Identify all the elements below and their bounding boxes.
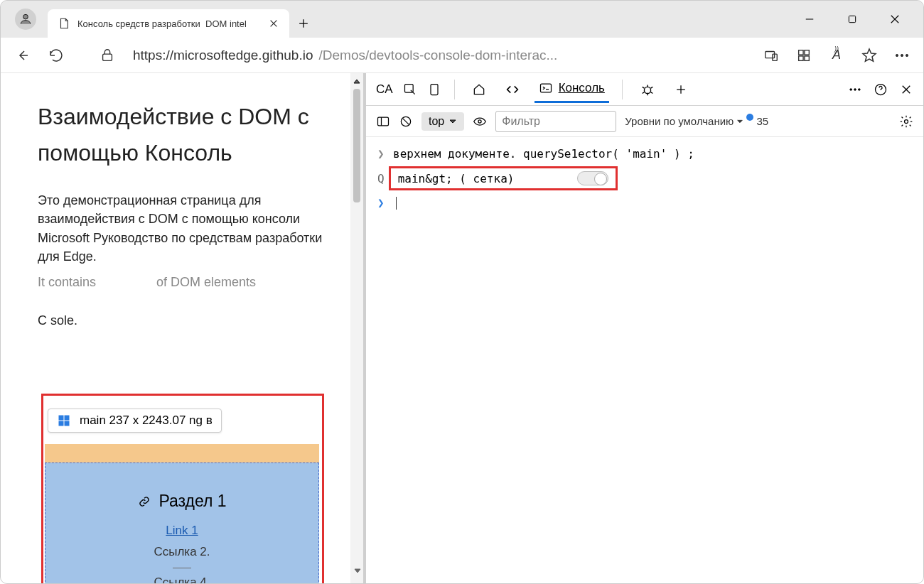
plus-icon: [296, 16, 311, 31]
inspector-tooltip: main 237 x 2243.07 ng в: [48, 409, 222, 433]
svg-rect-15: [65, 421, 69, 426]
console-settings[interactable]: [899, 114, 913, 129]
grid-icon: [796, 48, 812, 63]
link-1[interactable]: Link 1: [45, 524, 318, 538]
chevron-down-icon: [736, 118, 743, 125]
page-paragraph-2: It contains of DOM elements: [38, 273, 326, 291]
help-icon: [874, 82, 888, 97]
main-overlay: Раздел 1 Link 1 Ссылка 2. Ссылка 4. Ссыл…: [45, 463, 319, 584]
page-icon: [58, 17, 70, 30]
devtools-panel: CA Консоль: [363, 73, 923, 583]
scroll-thumb[interactable]: [353, 89, 360, 202]
devtools-help[interactable]: [874, 82, 888, 97]
svg-rect-2: [103, 54, 112, 60]
svg-rect-24: [378, 117, 389, 126]
text-cursor: [396, 197, 397, 210]
favorite-button[interactable]: [861, 47, 878, 64]
margin-overlay: [45, 444, 319, 463]
devtools-ca-label[interactable]: CA: [376, 82, 393, 97]
close-window-button[interactable]: [886, 11, 903, 28]
close-icon: [269, 18, 279, 28]
link-4[interactable]: Ссылка 4.: [45, 575, 318, 584]
grid-icon: [57, 413, 71, 428]
device-icon: [763, 48, 779, 63]
star-icon: [861, 47, 878, 64]
page-paragraph-1: Это демонстрационная страница для взаимо…: [38, 191, 326, 265]
bug-icon: [640, 82, 655, 97]
svg-rect-1: [849, 16, 855, 22]
page-viewport: Взаимодействие с DOM с помощью Консоль Э…: [1, 73, 363, 583]
tab-add[interactable]: [670, 77, 692, 102]
svg-point-10: [901, 54, 903, 56]
svg-point-19: [644, 87, 650, 93]
sidebar-toggle[interactable]: [376, 114, 390, 129]
svg-point-11: [906, 54, 908, 56]
site-info-button[interactable]: [99, 47, 116, 64]
chevron-right-icon: ❯: [377, 196, 387, 210]
clear-icon: [399, 114, 413, 129]
svg-rect-18: [540, 84, 551, 92]
devtools-more[interactable]: [848, 82, 862, 97]
filter-input[interactable]: [495, 111, 616, 132]
browser-tab[interactable]: Консоль средств разработки DOM intel: [48, 9, 289, 38]
address-bar: https://microsoftedge.github.io/Demos/de…: [1, 38, 923, 73]
console-prompt[interactable]: ❯: [377, 193, 912, 212]
tab-welcome[interactable]: [468, 77, 490, 102]
context-selector[interactable]: top: [421, 112, 464, 131]
tab-elements[interactable]: [500, 76, 525, 103]
reload-button[interactable]: [48, 47, 65, 64]
svg-point-0: [23, 14, 28, 19]
dots-icon: [848, 82, 862, 97]
profile-avatar[interactable]: [15, 9, 36, 30]
svg-rect-7: [799, 55, 803, 60]
inspect-button[interactable]: [403, 82, 417, 97]
clear-console[interactable]: [399, 114, 413, 129]
maximize-button[interactable]: [844, 11, 861, 28]
apps-button[interactable]: [795, 47, 812, 64]
tab-debug[interactable]: [635, 76, 660, 103]
minimize-icon: [803, 13, 816, 26]
lock-icon: [100, 48, 115, 63]
new-tab-button[interactable]: [289, 9, 318, 38]
browser-window: Консоль средств разработки DOM intel htt…: [0, 0, 924, 584]
issue-count: 35: [756, 115, 768, 127]
svg-rect-17: [431, 84, 438, 94]
reload-icon: [48, 47, 65, 64]
page-scrollbar[interactable]: [350, 73, 363, 583]
chevron-down-icon: [448, 117, 457, 126]
svg-point-26: [478, 119, 481, 122]
console-output: ❯ верхнем документе. querySe1ector( 'mai…: [366, 137, 923, 220]
scroll-up-icon: [353, 77, 361, 86]
console-result[interactable]: main&gt; ( сетка): [389, 166, 618, 190]
console-command[interactable]: верхнем документе. querySe1ector( 'main'…: [393, 147, 694, 161]
scroll-down-icon: [353, 566, 362, 575]
window-controls: [801, 11, 920, 28]
tab-title-1: Консоль средств разработки: [77, 18, 200, 29]
back-button[interactable]: [14, 47, 31, 64]
maximize-icon: [847, 13, 858, 25]
svg-point-20: [850, 88, 852, 90]
log-levels[interactable]: Уровни по умолчанию35: [625, 115, 768, 127]
minimize-button[interactable]: [801, 11, 818, 28]
devtools-tabbar: CA Консоль: [366, 73, 923, 106]
devtools-close[interactable]: [899, 82, 913, 97]
svg-rect-5: [799, 50, 803, 54]
person-icon: [18, 12, 33, 26]
menu-button[interactable]: [893, 47, 910, 64]
console-input-row: ❯ верхнем документе. querySe1ector( 'mai…: [377, 144, 912, 163]
read-aloud-button[interactable]: A)): [828, 47, 845, 64]
tab-close-button[interactable]: [268, 18, 279, 29]
plus-icon: [674, 82, 688, 97]
eye-icon: [473, 114, 487, 129]
link-2[interactable]: Ссылка 2.: [45, 545, 318, 559]
device-toggle[interactable]: [427, 82, 441, 97]
url-text[interactable]: https://microsoftedge.github.io/Demos/de…: [133, 48, 746, 63]
tab-title-2: DOM intel: [205, 18, 247, 29]
grid-toggle[interactable]: [577, 171, 608, 185]
chevron-right-icon: ❯: [377, 147, 387, 161]
svg-rect-14: [59, 421, 63, 426]
live-expression[interactable]: [473, 114, 487, 129]
reader-button[interactable]: [763, 47, 780, 64]
tab-console[interactable]: Консоль: [534, 75, 609, 103]
svg-rect-3: [765, 51, 775, 58]
